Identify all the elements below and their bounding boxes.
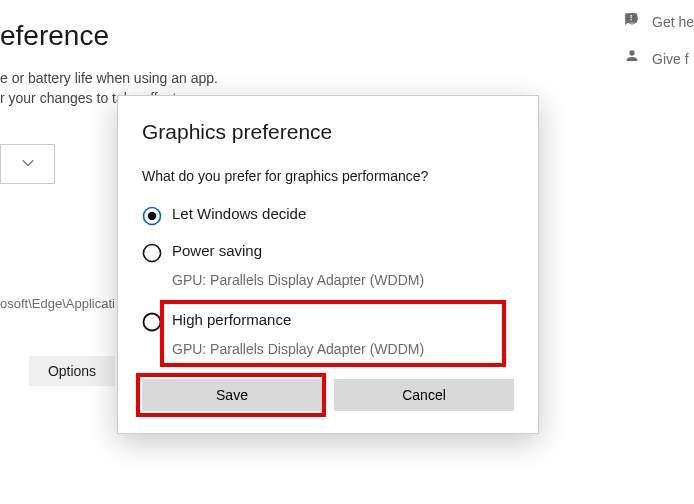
svg-point-3 (148, 212, 156, 220)
option-gpu-sub: GPU: Parallels Display Adapter (WDDM) (172, 341, 514, 357)
graphics-preference-dialog: Graphics preference What do you prefer f… (117, 95, 539, 434)
feedback-icon (624, 49, 640, 68)
option-power-saving[interactable]: Power saving GPU: Parallels Display Adap… (142, 239, 514, 288)
dropdown-fragment[interactable] (0, 144, 55, 184)
svg-text:?: ? (630, 14, 634, 23)
dialog-button-row: Save Cancel (142, 379, 514, 411)
svg-point-4 (144, 245, 161, 262)
option-high-performance[interactable]: High performance GPU: Parallels Display … (142, 300, 514, 367)
option-label: High performance (172, 311, 291, 328)
help-icon: ? (624, 12, 640, 31)
dialog-title: Graphics preference (142, 120, 514, 144)
radio-selected-icon (142, 206, 162, 226)
option-label: Let Windows decide (172, 205, 306, 222)
chevron-down-icon (21, 156, 35, 173)
page-desc-line1: e or battery life when using an app. (0, 70, 218, 86)
give-feedback-link[interactable]: Give f (624, 49, 694, 68)
option-gpu-sub: GPU: Parallels Display Adapter (WDDM) (172, 272, 514, 288)
option-label: Power saving (172, 242, 262, 259)
page-title-fragment: eference (0, 20, 109, 52)
options-button[interactable]: Options (29, 356, 115, 386)
dialog-prompt: What do you prefer for graphics performa… (142, 168, 514, 184)
get-help-link[interactable]: ? Get he (624, 12, 694, 31)
radio-unselected-icon (142, 243, 162, 263)
save-button[interactable]: Save (142, 379, 322, 411)
radio-unselected-icon (142, 312, 162, 332)
option-let-windows-decide[interactable]: Let Windows decide (142, 202, 514, 229)
app-path-text: osoft\Edge\Applicati (0, 296, 115, 311)
cancel-button[interactable]: Cancel (334, 379, 514, 411)
svg-point-5 (144, 314, 161, 331)
